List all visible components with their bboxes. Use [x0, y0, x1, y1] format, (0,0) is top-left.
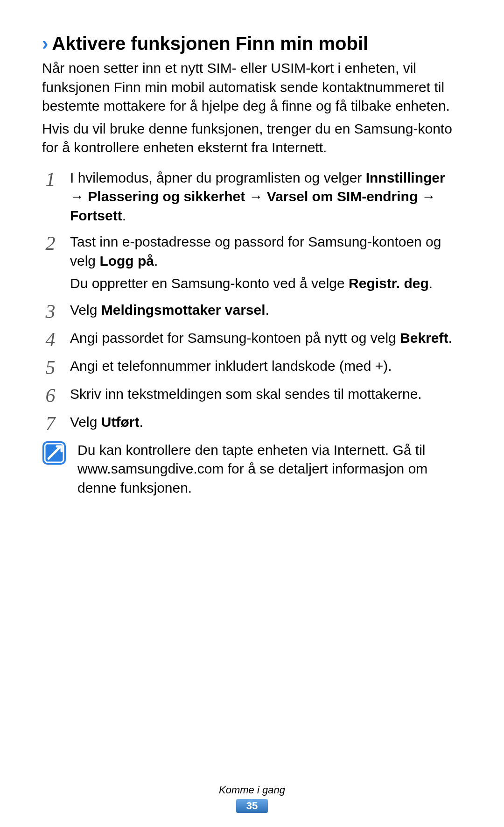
step-body: Velg Meldingsmottaker varsel. [70, 301, 462, 320]
intro-block: Når noen setter inn et nytt SIM- eller U… [42, 59, 462, 157]
text-run: → [418, 189, 435, 204]
step-number: 5 [42, 358, 59, 377]
intro-paragraph-2: Hvis du vil bruke denne funksjonen, tren… [42, 120, 462, 157]
step-number: 4 [42, 330, 59, 349]
text-run: I hvilemodus, åpner du programlisten og … [70, 170, 366, 185]
text-run: . [266, 302, 269, 318]
footer-section-title: Komme i gang [0, 784, 504, 796]
step-number: 1 [42, 170, 59, 189]
step-body: Angi passordet for Samsung-kontoen på ny… [70, 329, 462, 348]
step-3: 3 Velg Meldingsmottaker varsel. [42, 301, 462, 321]
step-4: 4 Angi passordet for Samsung-kontoen på … [42, 329, 462, 349]
text-run: → [245, 189, 267, 204]
page-number-badge: 35 [236, 799, 268, 813]
step-1: 1 I hvilemodus, åpner du programlisten o… [42, 169, 462, 226]
text-run: → [70, 189, 88, 204]
step-number: 6 [42, 386, 59, 405]
page-footer: Komme i gang 35 [0, 784, 504, 813]
bold-run: Plassering og sikkerhet [88, 189, 245, 204]
text-run: . [429, 276, 433, 291]
note-icon [42, 441, 66, 465]
bold-run: Meldingsmottaker varsel [101, 302, 266, 318]
step-body: Tast inn e-postadresse og passord for Sa… [70, 233, 462, 293]
step-number: 3 [42, 302, 59, 321]
steps-list: 1 I hvilemodus, åpner du programlisten o… [42, 169, 462, 498]
bold-run: Innstillinger [366, 170, 445, 185]
section-heading: Aktivere funksjonen Finn min mobil [52, 33, 368, 54]
step-2: 2 Tast inn e-postadresse og passord for … [42, 233, 462, 293]
text-run: . [448, 330, 452, 346]
step-body: Velg Utført. [70, 413, 462, 432]
bold-run: Registr. deg [349, 276, 429, 291]
text-run: . [122, 208, 126, 223]
text-run: Velg [70, 302, 101, 318]
section-heading-row: › Aktivere funksjonen Finn min mobil [42, 33, 462, 54]
step-body: I hvilemodus, åpner du programlisten og … [70, 169, 462, 226]
step-body: Angi et telefonnummer inkludert landskod… [70, 357, 462, 376]
text-run: . [139, 414, 143, 430]
intro-paragraph-1: Når noen setter inn et nytt SIM- eller U… [42, 59, 462, 116]
text-run: Du oppretter en Samsung-konto ved å velg… [70, 276, 349, 291]
step-5: 5 Angi et telefonnummer inkludert landsk… [42, 357, 462, 377]
text-run: . [154, 253, 158, 269]
note-text: Du kan kontrollere den tapte enheten via… [77, 441, 462, 498]
step-7: 7 Velg Utført. [42, 413, 462, 433]
bold-run: Logg på [99, 253, 154, 269]
text-run: Velg [70, 414, 101, 430]
manual-page: › Aktivere funksjonen Finn min mobil Når… [0, 0, 504, 827]
chevron-right-icon: › [42, 34, 48, 53]
bold-run: Varsel om SIM-endring [267, 189, 418, 204]
step-6: 6 Skriv inn tekstmeldingen som skal send… [42, 385, 462, 405]
step-number: 7 [42, 414, 59, 433]
step-number: 2 [42, 233, 59, 253]
bold-run: Fortsett [70, 208, 122, 223]
text-run: Angi passordet for Samsung-kontoen på ny… [70, 330, 400, 346]
bold-run: Utført [101, 414, 140, 430]
step-body: Skriv inn tekstmeldingen som skal sendes… [70, 385, 462, 404]
note-block: Du kan kontrollere den tapte enheten via… [42, 441, 462, 498]
bold-run: Bekreft [400, 330, 448, 346]
